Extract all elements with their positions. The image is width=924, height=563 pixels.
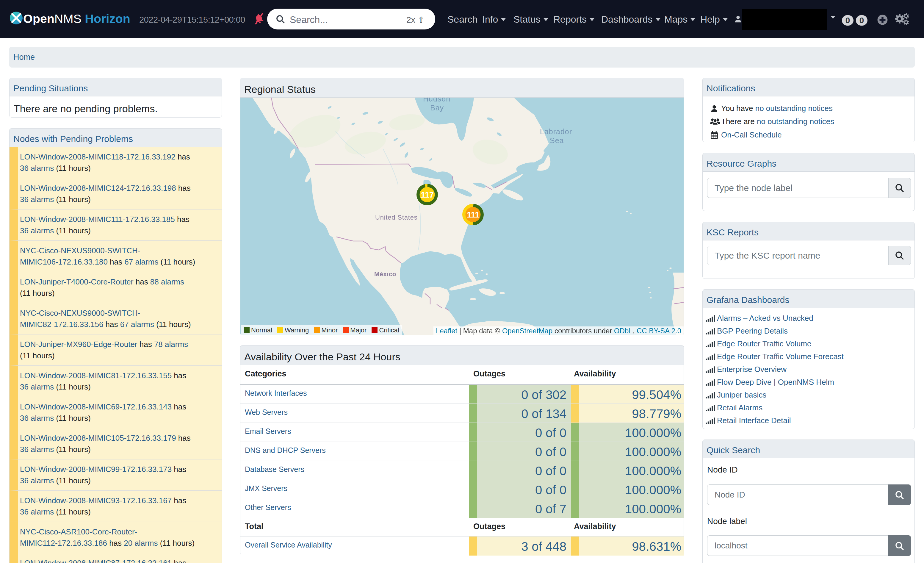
svg-text:Bay: Bay (430, 104, 444, 112)
svg-text:Labrador: Labrador (540, 128, 572, 136)
svg-text:111: 111 (467, 210, 479, 219)
svg-text:117: 117 (421, 191, 434, 200)
svg-text:México: México (374, 270, 396, 277)
svg-text:Hudson: Hudson (423, 98, 450, 103)
svg-text:United States: United States (375, 214, 417, 221)
svg-text:Sea: Sea (550, 136, 564, 145)
